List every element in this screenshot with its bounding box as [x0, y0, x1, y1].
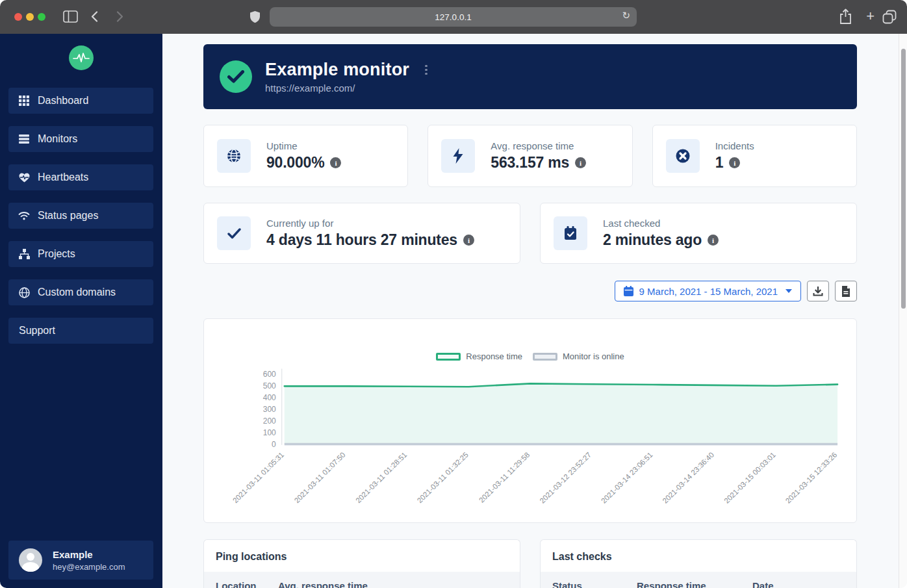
info-icon[interactable]: i [330, 157, 341, 168]
avg-response-card: Avg. response time 563.157 ms i [428, 125, 632, 187]
check-icon [217, 216, 251, 250]
zoom-window-button[interactable] [38, 13, 45, 21]
stat-value: 2 minutes ago [603, 231, 702, 249]
sidebar-item-label: Dashboard [38, 95, 88, 107]
svg-text:100: 100 [263, 428, 276, 437]
svg-text:300: 300 [263, 405, 276, 414]
svg-text:400: 400 [263, 393, 276, 402]
pdf-export-button[interactable] [835, 281, 857, 301]
stat-label: Uptime [266, 140, 341, 151]
response-time-chart[interactable]: 01002003004005006002021-03-11 01:05:3120… [204, 319, 856, 522]
info-icon[interactable]: i [729, 157, 740, 168]
stat-value: 4 days 11 hours 27 minutes [266, 231, 457, 249]
stat-value: 90.000% [266, 154, 324, 172]
sidebar-item-custom-domains[interactable]: Custom domains [8, 279, 153, 305]
legend-response-time[interactable]: Response time [436, 352, 522, 361]
uptime-card: Uptime 90.000% i [203, 125, 408, 187]
date-range-button[interactable]: 9 March, 2021 - 15 March, 2021 [615, 281, 801, 301]
legend-swatch-green [436, 353, 461, 361]
svg-text:2021-03-15 00:03:01: 2021-03-15 00:03:01 [722, 451, 777, 505]
sitemap-icon [18, 248, 30, 260]
address-bar[interactable]: 127.0.0.1 ↻ [270, 7, 637, 27]
sidebar-item-dashboard[interactable]: Dashboard [8, 88, 153, 114]
sidebar-toggle-icon[interactable] [63, 10, 78, 23]
pulse-logo-icon[interactable] [69, 45, 94, 70]
browser-window: 127.0.0.1 ↻ + [0, 0, 907, 588]
monitor-url: https://example.com/ [265, 83, 430, 94]
incidents-card: Incidents 1 i [652, 125, 857, 187]
svg-text:2021-03-12 23:52:27: 2021-03-12 23:52:27 [538, 451, 593, 505]
stat-label: Currently up for [266, 218, 474, 229]
sidebar-item-projects[interactable]: Projects [8, 241, 153, 267]
svg-text:2021-03-11 01:28:51: 2021-03-11 01:28:51 [354, 451, 408, 505]
sidebar-item-monitors[interactable]: Monitors [8, 126, 153, 152]
globe-icon [217, 139, 251, 173]
svg-text:600: 600 [263, 370, 276, 379]
wifi-icon [18, 210, 30, 222]
sidebar-item-label: Custom domains [38, 287, 116, 298]
heartbeat-icon [18, 172, 30, 183]
shield-icon[interactable] [249, 10, 261, 23]
date-range-label: 9 March, 2021 - 15 March, 2021 [639, 286, 778, 297]
share-icon[interactable] [839, 8, 852, 25]
svg-text:2021-03-15 12:33:26: 2021-03-15 12:33:26 [784, 451, 839, 505]
user-name: Example [53, 549, 125, 560]
report-toolbar: 9 March, 2021 - 15 March, 2021 [203, 281, 857, 301]
svg-text:2021-03-11 01:07:50: 2021-03-11 01:07:50 [293, 451, 347, 505]
app-content: Dashboard Monitors [0, 34, 907, 588]
sidebar-item-label: Projects [38, 248, 75, 260]
info-icon[interactable]: i [575, 157, 586, 168]
back-icon[interactable] [91, 11, 98, 22]
last-checks-header: Status Response time Date [541, 572, 856, 588]
lightning-icon [441, 139, 475, 173]
svg-text:500: 500 [263, 381, 276, 390]
stats-row-2: Currently up for 4 days 11 hours 27 minu… [203, 203, 857, 264]
scrollbar[interactable] [899, 34, 907, 588]
sidebar-item-support[interactable]: Support [8, 318, 153, 344]
sidebar: Dashboard Monitors [0, 34, 162, 588]
sidebar-item-heartbeats[interactable]: Heartbeats [8, 164, 153, 190]
column-status: Status [552, 580, 637, 588]
download-button[interactable] [807, 281, 829, 301]
stat-label: Incidents [715, 140, 754, 151]
kebab-menu-icon[interactable] [422, 62, 430, 78]
legend-swatch-gray [533, 353, 557, 361]
svg-text:2021-03-11 11:29:58: 2021-03-11 11:29:58 [478, 451, 531, 504]
legend-monitor-online[interactable]: Monitor is online [533, 352, 624, 361]
new-tab-icon[interactable]: + [866, 8, 875, 25]
column-location: Location [216, 580, 278, 588]
info-icon[interactable]: i [708, 235, 719, 246]
scrollbar-thumb[interactable] [901, 49, 906, 309]
svg-text:200: 200 [263, 416, 276, 426]
forward-icon[interactable] [116, 11, 123, 22]
svg-text:2021-03-11 01:05:31: 2021-03-11 01:05:31 [231, 451, 285, 505]
response-time-chart-card: Response time Monitor is online 01002003… [203, 318, 857, 523]
last-checks-card: Last checks Status Response time Date [540, 539, 857, 588]
user-menu[interactable]: Example hey@example.com [8, 541, 153, 580]
calendar-check-icon [554, 216, 587, 250]
info-icon[interactable]: i [463, 235, 474, 246]
column-date: Date [752, 580, 845, 588]
svg-text:2021-03-11 01:32:25: 2021-03-11 01:32:25 [416, 451, 470, 505]
sidebar-item-label: Status pages [38, 210, 98, 222]
ping-locations-header: Location Avg. response time [204, 572, 520, 588]
chart-legend: Response time Monitor is online [204, 352, 856, 361]
tables-row: Ping locations Location Avg. response ti… [203, 539, 857, 588]
currently-up-card: Currently up for 4 days 11 hours 27 minu… [203, 203, 520, 264]
ping-locations-title: Ping locations [204, 540, 520, 572]
main-content: Example monitor https://example.com/ [162, 34, 907, 588]
sidebar-item-label: Support [19, 325, 55, 337]
browser-toolbar: 127.0.0.1 ↻ + [0, 0, 907, 34]
sidebar-item-label: Heartbeats [38, 172, 88, 183]
close-window-button[interactable] [14, 13, 22, 21]
last-checked-card: Last checked 2 minutes ago i [540, 203, 857, 264]
minimize-window-button[interactable] [26, 13, 34, 21]
sidebar-item-status-pages[interactable]: Status pages [8, 203, 153, 229]
tabs-icon[interactable] [882, 10, 897, 24]
check-circle-icon [220, 60, 252, 93]
stat-value: 1 [715, 154, 724, 172]
file-pdf-icon [841, 286, 850, 297]
reload-icon[interactable]: ↻ [622, 10, 630, 21]
last-checks-title: Last checks [541, 540, 856, 572]
monitor-header-card: Example monitor https://example.com/ [203, 44, 857, 109]
